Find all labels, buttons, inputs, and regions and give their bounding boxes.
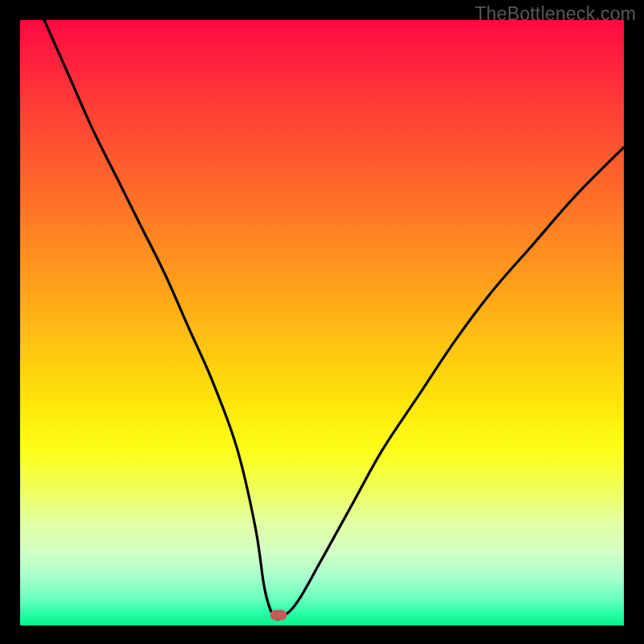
chart-frame: TheBottleneck.com [0, 0, 644, 644]
optimal-marker [270, 610, 287, 621]
plot-area [20, 20, 624, 625]
watermark-text: TheBottleneck.com [475, 3, 636, 25]
bottleneck-curve [20, 20, 624, 625]
curve-path [44, 20, 624, 619]
